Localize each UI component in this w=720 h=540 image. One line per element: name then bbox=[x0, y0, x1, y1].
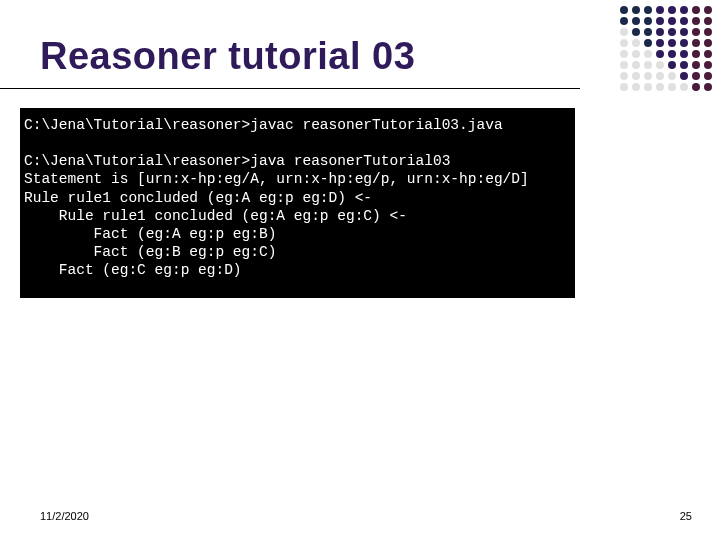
dot-icon bbox=[680, 39, 688, 47]
dot-icon bbox=[644, 17, 652, 25]
dot-icon bbox=[620, 6, 628, 14]
slide: Reasoner tutorial 03 C:\Jena\Tutorial\re… bbox=[0, 0, 720, 540]
dot-icon bbox=[632, 39, 640, 47]
dot-icon bbox=[704, 72, 712, 80]
dot-icon bbox=[704, 6, 712, 14]
dot-icon bbox=[704, 17, 712, 25]
dot-icon bbox=[656, 17, 664, 25]
dot-icon bbox=[704, 83, 712, 91]
dot-icon bbox=[692, 50, 700, 58]
dot-icon bbox=[680, 28, 688, 36]
dot-icon bbox=[680, 50, 688, 58]
dot-icon bbox=[680, 61, 688, 69]
dot-icon bbox=[632, 72, 640, 80]
dot-icon bbox=[692, 17, 700, 25]
dot-icon bbox=[656, 83, 664, 91]
dot-icon bbox=[632, 83, 640, 91]
dot-icon bbox=[692, 6, 700, 14]
dot-icon bbox=[704, 61, 712, 69]
dot-icon bbox=[656, 61, 664, 69]
dot-row bbox=[620, 6, 712, 14]
dot-icon bbox=[668, 61, 676, 69]
dot-icon bbox=[644, 50, 652, 58]
title-underline bbox=[0, 88, 580, 89]
dot-icon bbox=[644, 83, 652, 91]
dot-row bbox=[620, 17, 712, 25]
footer-page-number: 25 bbox=[680, 510, 692, 522]
dot-icon bbox=[668, 6, 676, 14]
dot-icon bbox=[620, 61, 628, 69]
dot-row bbox=[620, 50, 712, 58]
footer-date: 11/2/2020 bbox=[40, 510, 89, 522]
dot-icon bbox=[680, 72, 688, 80]
decorative-dot-grid bbox=[620, 6, 712, 91]
dot-icon bbox=[692, 83, 700, 91]
dot-icon bbox=[704, 50, 712, 58]
dot-icon bbox=[680, 83, 688, 91]
dot-icon bbox=[632, 50, 640, 58]
slide-title: Reasoner tutorial 03 bbox=[40, 35, 415, 78]
dot-icon bbox=[656, 6, 664, 14]
dot-icon bbox=[620, 28, 628, 36]
dot-icon bbox=[644, 6, 652, 14]
dot-icon bbox=[680, 6, 688, 14]
dot-icon bbox=[632, 61, 640, 69]
dot-icon bbox=[644, 72, 652, 80]
dot-icon bbox=[668, 50, 676, 58]
dot-icon bbox=[620, 39, 628, 47]
dot-icon bbox=[620, 83, 628, 91]
dot-icon bbox=[668, 39, 676, 47]
dot-icon bbox=[692, 39, 700, 47]
dot-row bbox=[620, 61, 712, 69]
dot-icon bbox=[692, 61, 700, 69]
dot-icon bbox=[704, 39, 712, 47]
dot-icon bbox=[668, 17, 676, 25]
dot-row bbox=[620, 72, 712, 80]
dot-icon bbox=[704, 28, 712, 36]
dot-icon bbox=[668, 72, 676, 80]
dot-icon bbox=[620, 72, 628, 80]
dot-icon bbox=[692, 28, 700, 36]
dot-icon bbox=[656, 39, 664, 47]
dot-icon bbox=[632, 6, 640, 14]
terminal-output: C:\Jena\Tutorial\reasoner>javac reasoner… bbox=[20, 108, 575, 298]
dot-icon bbox=[692, 72, 700, 80]
dot-icon bbox=[656, 72, 664, 80]
dot-icon bbox=[656, 28, 664, 36]
dot-row bbox=[620, 83, 712, 91]
dot-icon bbox=[668, 28, 676, 36]
dot-icon bbox=[644, 28, 652, 36]
dot-row bbox=[620, 39, 712, 47]
dot-icon bbox=[632, 17, 640, 25]
dot-icon bbox=[656, 50, 664, 58]
dot-icon bbox=[668, 83, 676, 91]
dot-icon bbox=[632, 28, 640, 36]
dot-icon bbox=[680, 17, 688, 25]
dot-icon bbox=[644, 39, 652, 47]
dot-icon bbox=[644, 61, 652, 69]
dot-icon bbox=[620, 17, 628, 25]
dot-row bbox=[620, 28, 712, 36]
dot-icon bbox=[620, 50, 628, 58]
